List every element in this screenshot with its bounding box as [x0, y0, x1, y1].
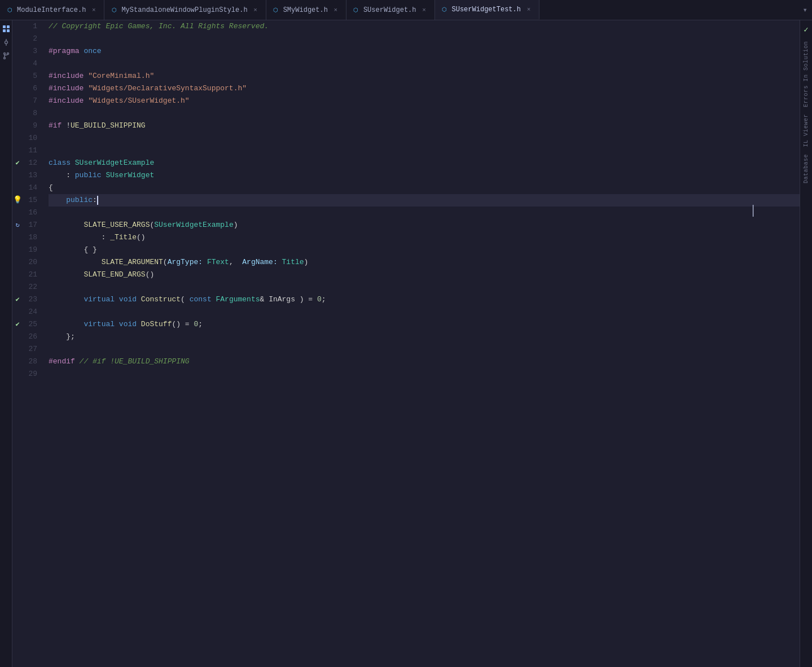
line-num-29: 29 — [12, 368, 41, 380]
tab-moduleinterface[interactable]: ⬡ ModuleInterface.h × — [0, 0, 104, 20]
code-line-28: #endif // #if !UE_BUILD_SHIPPING — [49, 356, 800, 368]
code-text-20j: Title — [282, 256, 304, 269]
code-text-3a: #pragma — [49, 45, 84, 58]
code-line-17: SLATE_USER_ARGS(SUserWidgetExample) — [49, 219, 800, 231]
tab-smywidget[interactable]: ⬡ SMyWidget.h × — [266, 0, 346, 20]
code-line-29 — [49, 368, 800, 380]
code-line-11 — [49, 144, 800, 157]
code-text-28b: // #if !UE_BUILD_SHIPPING — [80, 356, 190, 368]
code-editor[interactable]: 1 2 3 4 5 6 7 8 9 10 11 ✔ 12 13 14 💡 15 … — [12, 20, 800, 667]
code-text-26a — [49, 331, 66, 343]
code-text-20h: ArgName: — [242, 256, 277, 269]
text-cursor — [97, 196, 98, 205]
tab-label-4: SUserWidget.h — [363, 6, 416, 14]
code-text-23h: & — [260, 293, 269, 306]
tab-icon-3: ⬡ — [272, 6, 280, 14]
code-line-13: : public SUserWidget — [49, 169, 800, 182]
code-text-21c: () — [146, 269, 155, 281]
tab-suserwidgettest[interactable]: ⬡ SUserWidgetTest.h × — [435, 0, 539, 20]
code-text-20g: , — [229, 256, 242, 269]
code-line-19: { } — [49, 244, 800, 256]
code-text-23b: virtual — [84, 293, 118, 306]
code-text-18a: : — [49, 231, 110, 244]
code-text-25b: virtual — [84, 318, 118, 331]
code-text-23g: FArguments — [216, 293, 260, 306]
tab-suserwidget[interactable]: ⬡ SUserWidget.h × — [346, 0, 435, 20]
gutter-bulb-15: 💡 — [14, 194, 21, 207]
sidebar-item-il-viewer[interactable]: IL Viewer — [802, 112, 810, 150]
code-text-5b: "CoreMinimal.h" — [88, 70, 154, 82]
right-sidebar: ✓ Errors In Solution IL Viewer Database — [800, 20, 812, 667]
code-line-1: // Copyright Epic Games, Inc. All Rights… — [49, 20, 800, 33]
line-num-28: 28 — [12, 356, 41, 368]
main-area: 1 2 3 4 5 6 7 8 9 10 11 ✔ 12 13 14 💡 15 … — [0, 20, 812, 667]
tab-mystandalone[interactable]: ⬡ MyStandaloneWindowPluginStyle.h × — [104, 0, 266, 20]
gutter-check-12: ✔ — [14, 157, 21, 169]
line-num-23: ✔ 23 — [12, 293, 41, 306]
line-num-17: ↻ 17 — [12, 219, 41, 231]
tab-close-1[interactable]: × — [89, 6, 98, 15]
tab-close-4[interactable]: × — [420, 6, 429, 15]
code-text-13c: SUserWidget — [106, 169, 154, 182]
code-text-19b: { } — [84, 244, 96, 256]
left-sidebar — [0, 20, 12, 667]
sidebar-icon-explorer[interactable] — [1, 24, 11, 34]
code-text-18b: _Title — [110, 231, 137, 244]
line-num-15: 💡 15 — [12, 194, 41, 207]
line-num-3: 3 — [12, 45, 41, 58]
tab-close-3[interactable]: × — [331, 6, 340, 15]
code-text-26b: }; — [66, 331, 75, 343]
code-line-26: }; — [49, 331, 800, 343]
right-sidebar-checkmark: ✓ — [804, 25, 808, 34]
code-text-25f: 0 — [194, 318, 198, 331]
code-line-20: SLATE_ARGUMENT(ArgType: FText, ArgName: … — [49, 256, 800, 269]
tab-overflow-button[interactable]: ▾ — [798, 5, 812, 15]
sidebar-item-database[interactable]: Database — [802, 152, 810, 186]
line-num-13: 13 — [12, 169, 41, 182]
code-line-15: public: — [49, 194, 800, 207]
code-text-14: { — [49, 182, 53, 194]
tab-icon-5: ⬡ — [441, 6, 449, 14]
code-text-20e — [203, 256, 207, 269]
code-text-17e: ) — [234, 219, 238, 231]
code-text-28a: #endif — [49, 356, 80, 368]
code-line-7: #include "Widgets/SUserWidget.h" — [49, 95, 800, 107]
tab-close-2[interactable]: × — [251, 6, 260, 15]
code-text-20c: ( — [163, 256, 168, 269]
line-num-26: 26 — [12, 331, 41, 343]
tab-label-1: ModuleInterface.h — [17, 6, 86, 14]
code-text-25a — [49, 318, 84, 331]
code-text-20d: ArgType: — [168, 256, 203, 269]
tab-close-5[interactable]: × — [524, 5, 533, 14]
code-text-17a — [49, 219, 84, 231]
tab-label-3: SMyWidget.h — [283, 6, 328, 14]
line-num-5: 5 — [12, 70, 41, 82]
code-text-18c: () — [137, 231, 146, 244]
line-num-1: 1 — [12, 20, 41, 33]
sidebar-icon-commit[interactable] — [1, 37, 11, 47]
code-text-20a — [49, 256, 102, 269]
code-line-16 — [49, 207, 800, 219]
code-content[interactable]: // Copyright Epic Games, Inc. All Rights… — [44, 20, 800, 667]
line-num-16: 16 — [12, 207, 41, 219]
line-num-10: 10 — [12, 132, 41, 144]
code-line-21: SLATE_END_ARGS() — [49, 269, 800, 281]
code-line-12: class SUserWidgetExample — [49, 157, 800, 169]
code-text-23d: Construct — [141, 293, 181, 306]
code-line-3: #pragma once — [49, 45, 800, 58]
code-text-15b: public — [66, 194, 93, 207]
code-text-7a: #include — [49, 95, 88, 107]
line-num-8: 8 — [12, 107, 41, 120]
gutter-refresh-17: ↻ — [14, 219, 21, 231]
code-text-6a: #include — [49, 82, 88, 95]
sidebar-icon-branch[interactable] — [1, 51, 11, 61]
code-line-5: #include "CoreMinimal.h" — [49, 70, 800, 82]
code-text-5a: #include — [49, 70, 88, 82]
code-text-20k: ) — [304, 256, 309, 269]
code-text-13b: public — [75, 169, 106, 182]
code-text-23a — [49, 293, 84, 306]
code-text-23e: ( — [181, 293, 190, 306]
code-line-23: virtual void Construct( const FArguments… — [49, 293, 800, 306]
sidebar-item-errors[interactable]: Errors In Solution — [802, 39, 810, 109]
svg-rect-1 — [7, 25, 10, 28]
